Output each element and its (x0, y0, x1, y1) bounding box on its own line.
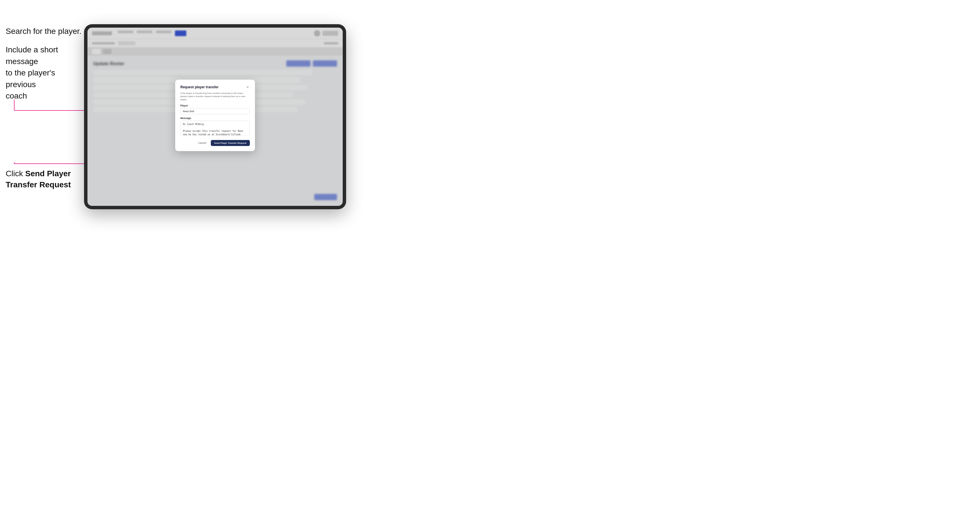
message-textarea[interactable]: Hi Coach McHarg, Please accept this tran… (180, 121, 250, 135)
modal-close-button[interactable]: × (245, 85, 250, 89)
modal-header: Request player transfer × (180, 85, 250, 89)
message-field-label: Message (180, 116, 250, 119)
player-search-input[interactable] (180, 108, 250, 114)
tablet-screen: Update Roster Request player transfer (88, 28, 343, 206)
modal-footer: Cancel Send Player Transfer Request (180, 140, 250, 146)
annotation-message: Include a short message to the player's … (6, 44, 80, 102)
player-field-label: Player (180, 104, 250, 107)
tablet-device: Update Roster Request player transfer (84, 24, 346, 209)
modal-title: Request player transfer (180, 85, 218, 89)
annotation-click: Click Send Player Transfer Request (6, 168, 80, 190)
cancel-button[interactable]: Cancel (196, 140, 208, 146)
modal-description: If the player is transferring from anoth… (180, 92, 250, 102)
send-transfer-button[interactable]: Send Player Transfer Request (211, 140, 250, 146)
annotation-search: Search for the player. (6, 25, 81, 37)
modal-dialog: Request player transfer × If the player … (175, 80, 255, 151)
